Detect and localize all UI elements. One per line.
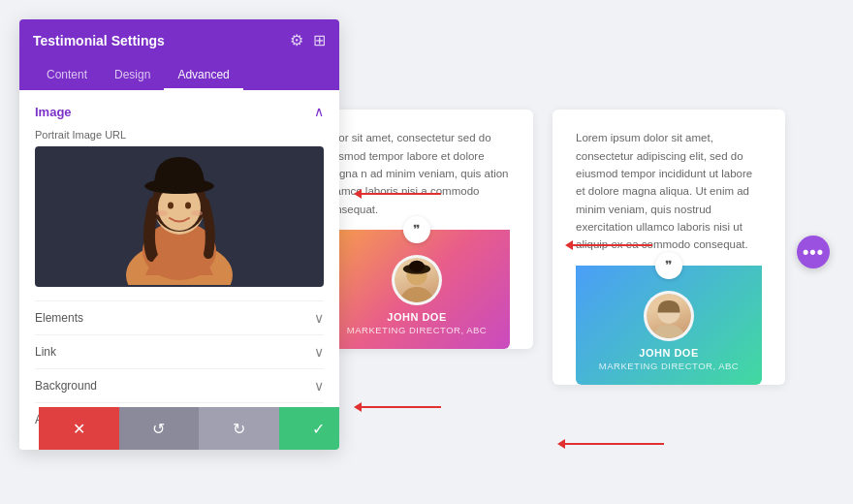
background-chevron: ∨: [314, 378, 324, 394]
arrow-3-head: [354, 402, 362, 412]
elements-row[interactable]: Elements ∨: [35, 300, 324, 334]
arrow-4-head: [557, 439, 565, 449]
elements-chevron: ∨: [314, 310, 324, 326]
save-button[interactable]: ✓: [279, 407, 340, 450]
avatar-1: [392, 255, 442, 305]
card-1-text: dolor sit amet, consectetur sed do eiusm…: [324, 129, 510, 218]
panel-tabs: Content Design Advanced: [19, 61, 339, 90]
image-section-header: Image ∧: [35, 104, 324, 119]
panel-header: Testimonial Settings ⚙ ⊞: [19, 19, 339, 61]
avatar-2: [644, 291, 694, 341]
panel-title: Testimonial Settings: [33, 33, 165, 48]
svg-point-17: [191, 210, 203, 216]
card-2-text: Lorem ipsum dolor sit amet, consectetur …: [576, 129, 762, 254]
arrow-2-line: [573, 244, 652, 246]
action-bar: ✕ ↺ ↻ ✓: [39, 407, 339, 450]
arrow-2: [565, 240, 652, 250]
arrow-3: [354, 402, 441, 412]
undo-button[interactable]: ↺: [119, 407, 200, 450]
portrait-image: [82, 149, 276, 285]
image-preview: [35, 146, 324, 287]
svg-point-3: [409, 261, 425, 272]
arrow-3-line: [362, 406, 441, 408]
testimonial-card-1: ❞ JOHN DOE MARKETING DIRECTOR, ABC: [324, 230, 510, 349]
tab-design[interactable]: Design: [101, 61, 164, 90]
svg-point-1: [401, 287, 432, 302]
background-row[interactable]: Background ∨: [35, 368, 324, 402]
card-2-title: MARKETING DIRECTOR, ABC: [599, 361, 739, 371]
testimonial-card-2: ❞ JOHN DOE MARKETING DIRECTOR, ABC: [576, 266, 762, 385]
image-chevron-up[interactable]: ∧: [314, 104, 324, 119]
arrow-1: [354, 189, 441, 199]
elements-label: Elements: [35, 311, 83, 325]
svg-point-14: [168, 202, 174, 208]
settings-icon[interactable]: ⚙: [290, 31, 303, 49]
portrait-url-label: Portrait Image URL: [35, 129, 324, 141]
background-label: Background: [35, 379, 97, 393]
arrow-1-line: [362, 193, 441, 195]
arrow-1-head: [354, 189, 362, 199]
quote-badge-2: ❞: [655, 252, 682, 279]
link-label: Link: [35, 345, 56, 359]
arrow-4-line: [565, 443, 664, 445]
panel-header-icons: ⚙ ⊞: [290, 31, 326, 49]
svg-point-5: [653, 325, 684, 338]
tab-advanced[interactable]: Advanced: [164, 61, 242, 90]
quote-badge-1: ❞: [403, 216, 430, 243]
float-menu-button[interactable]: •••: [797, 236, 830, 268]
tab-content[interactable]: Content: [33, 61, 101, 90]
card-1-name: JOHN DOE: [387, 311, 446, 323]
link-chevron: ∨: [314, 344, 324, 360]
link-row[interactable]: Link ∨: [35, 334, 324, 368]
image-section-title: Image: [35, 105, 72, 119]
settings-panel: Testimonial Settings ⚙ ⊞ Content Design …: [19, 19, 339, 450]
svg-point-16: [156, 210, 168, 216]
cancel-button[interactable]: ✕: [39, 407, 119, 450]
arrow-2-head: [565, 240, 573, 250]
arrow-4: [557, 439, 664, 449]
panel-body: Image ∧ Portrait Image URL: [19, 90, 339, 450]
svg-point-15: [185, 202, 191, 208]
expand-icon[interactable]: ⊞: [313, 31, 326, 49]
card-2-name: JOHN DOE: [639, 347, 698, 359]
redo-button[interactable]: ↻: [199, 407, 279, 450]
card-1-title: MARKETING DIRECTOR, ABC: [347, 325, 487, 335]
